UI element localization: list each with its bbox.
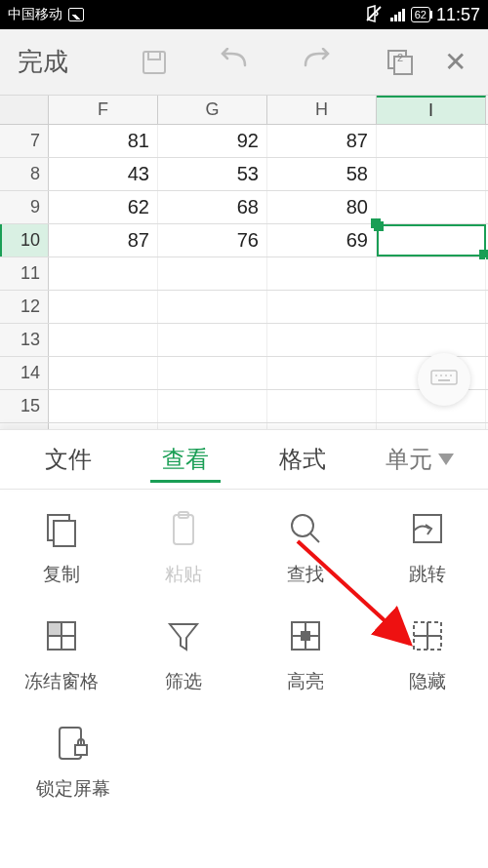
- tool-label: 隐藏: [409, 669, 446, 694]
- column-header-selected[interactable]: I: [377, 96, 486, 124]
- row-header[interactable]: 9: [0, 191, 49, 223]
- table-row: 8435358: [0, 158, 488, 191]
- tool-copy[interactable]: 复制: [8, 509, 115, 587]
- cell[interactable]: 69: [267, 224, 377, 256]
- screenshot-icon: [68, 8, 84, 21]
- cell[interactable]: 43: [49, 158, 158, 190]
- cell[interactable]: [49, 390, 158, 422]
- corner-stub[interactable]: [0, 96, 49, 124]
- tool-label: 跳转: [409, 562, 446, 587]
- tool-lock-screen[interactable]: 锁定屏幕: [20, 724, 127, 802]
- tab-file[interactable]: 文件: [10, 432, 127, 487]
- column-header[interactable]: G: [158, 96, 267, 124]
- row-header[interactable]: 14: [0, 357, 49, 389]
- column-header[interactable]: F: [49, 96, 158, 124]
- done-button[interactable]: 完成: [0, 45, 86, 79]
- cell[interactable]: [377, 257, 486, 290]
- svg-rect-2: [148, 52, 160, 59]
- keyboard-toggle-button[interactable]: [418, 353, 470, 406]
- row-header[interactable]: 15: [0, 390, 49, 422]
- cell[interactable]: 80: [267, 191, 377, 223]
- cell[interactable]: 76: [158, 224, 267, 256]
- cell[interactable]: 53: [158, 158, 267, 190]
- row-header[interactable]: 10: [0, 224, 49, 256]
- svg-rect-25: [301, 631, 310, 641]
- svg-rect-10: [438, 379, 450, 381]
- row-header[interactable]: 7: [0, 125, 49, 157]
- tool-label: 查找: [287, 562, 324, 587]
- svg-point-9: [450, 375, 452, 376]
- cell[interactable]: 87: [267, 125, 377, 157]
- cell[interactable]: [267, 257, 377, 290]
- cell[interactable]: [267, 291, 377, 323]
- goto-icon: [408, 509, 447, 548]
- cell[interactable]: [158, 291, 267, 323]
- column-header[interactable]: H: [267, 96, 377, 124]
- cell[interactable]: [158, 257, 267, 290]
- tool-find[interactable]: 查找: [252, 509, 359, 587]
- cell[interactable]: [267, 390, 377, 422]
- cell[interactable]: [158, 324, 267, 356]
- tool-filter[interactable]: 筛选: [130, 616, 237, 694]
- carrier-label: 中国移动: [8, 6, 62, 23]
- tab-format[interactable]: 格式: [244, 432, 361, 487]
- cell[interactable]: [49, 257, 158, 290]
- cell[interactable]: [49, 291, 158, 323]
- cell[interactable]: 92: [158, 125, 267, 157]
- status-bar: 中国移动 62 11:57: [0, 0, 488, 29]
- selection-handle[interactable]: [374, 221, 384, 231]
- svg-rect-12: [54, 521, 75, 546]
- cell[interactable]: 68: [158, 191, 267, 223]
- table-row: 13: [0, 324, 488, 357]
- cell[interactable]: [377, 324, 486, 356]
- row-header[interactable]: 11: [0, 257, 49, 290]
- svg-line-16: [310, 533, 319, 542]
- editor-toolbar: 完成 2 ✕: [0, 29, 488, 96]
- tool-freeze[interactable]: 冻结窗格: [8, 616, 115, 694]
- copy-icon: [42, 509, 81, 548]
- row-header[interactable]: 13: [0, 324, 49, 356]
- cell[interactable]: [49, 324, 158, 356]
- cell[interactable]: 58: [267, 158, 377, 190]
- cell[interactable]: [377, 158, 486, 190]
- sheets-icon[interactable]: 2: [386, 48, 415, 77]
- highlight-icon: [286, 616, 325, 655]
- clock: 11:57: [436, 5, 480, 25]
- redo-icon[interactable]: [300, 48, 333, 77]
- svg-rect-17: [414, 515, 441, 542]
- spreadsheet[interactable]: F G H I 78192878435358962688010877669111…: [0, 96, 488, 456]
- cell[interactable]: [267, 324, 377, 356]
- save-icon[interactable]: [140, 48, 169, 77]
- svg-rect-21: [48, 622, 61, 636]
- row-header[interactable]: 8: [0, 158, 49, 190]
- tab-view[interactable]: 查看: [127, 432, 244, 487]
- cell[interactable]: 81: [49, 125, 158, 157]
- hide-icon: [408, 616, 447, 655]
- cell[interactable]: [377, 125, 486, 157]
- undo-icon[interactable]: [218, 48, 251, 77]
- cell[interactable]: [377, 191, 486, 223]
- battery-icon: 62: [411, 7, 430, 22]
- svg-rect-13: [174, 515, 193, 544]
- tool-paste: 粘贴: [130, 509, 237, 587]
- tool-hide[interactable]: 隐藏: [374, 616, 481, 694]
- selected-cell[interactable]: [377, 224, 486, 256]
- table-row: 12: [0, 291, 488, 324]
- tool-goto[interactable]: 跳转: [374, 509, 481, 587]
- row-header[interactable]: 12: [0, 291, 49, 323]
- cell[interactable]: [158, 357, 267, 389]
- chevron-down-icon: [438, 454, 454, 465]
- table-row: 7819287: [0, 125, 488, 158]
- cell[interactable]: 62: [49, 191, 158, 223]
- cell[interactable]: 87: [49, 224, 158, 256]
- tool-highlight[interactable]: 高亮: [252, 616, 359, 694]
- tab-cell[interactable]: 单元: [361, 432, 478, 487]
- cell[interactable]: [267, 357, 377, 389]
- lock-icon: [54, 724, 93, 763]
- cell[interactable]: [377, 291, 486, 323]
- svg-rect-1: [143, 52, 165, 73]
- sheets-count: 2: [386, 52, 415, 63]
- cell[interactable]: [158, 390, 267, 422]
- cell[interactable]: [49, 357, 158, 389]
- close-icon[interactable]: ✕: [444, 46, 467, 78]
